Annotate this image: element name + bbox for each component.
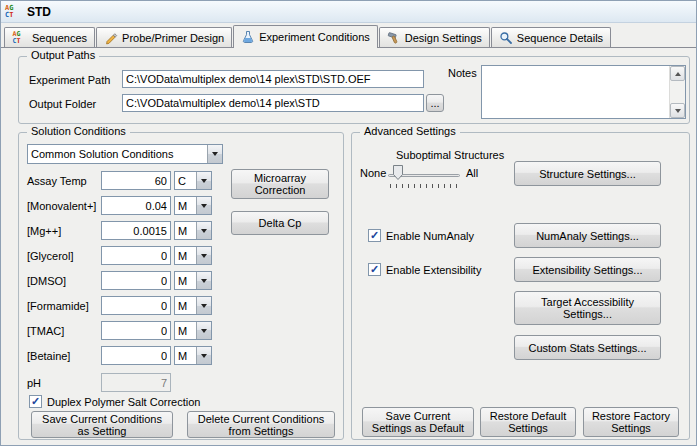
- tab-strip: AG CT Sequences Probe/Primer Design Exp: [1, 25, 612, 48]
- checkbox-label: Duplex Polymer Salt Correction: [47, 396, 200, 408]
- dropdown-arrow-icon: [196, 222, 211, 239]
- custom-stats-settings-button[interactable]: Custom Stats Settings...: [514, 335, 661, 360]
- suboptimal-slider-thumb[interactable]: [393, 165, 403, 182]
- dropdown-arrow-icon: [196, 297, 211, 314]
- notes-textarea[interactable]: [482, 66, 669, 118]
- unit-dropdown[interactable]: M: [174, 271, 212, 290]
- scroll-down-icon: [675, 109, 681, 113]
- slider-tick-marks: [390, 184, 458, 188]
- dropdown-arrow-icon: [196, 172, 211, 189]
- checkbox-box: ✓: [29, 395, 42, 408]
- assay-temp-input[interactable]: [101, 171, 171, 190]
- unit-dropdown[interactable]: M: [174, 346, 212, 365]
- tab-design-settings[interactable]: Design Settings: [379, 27, 490, 47]
- browse-button[interactable]: ...: [426, 94, 444, 112]
- save-default-settings-button[interactable]: Save Current Settings as Default: [362, 407, 474, 437]
- dmso-input[interactable]: [101, 271, 171, 290]
- enable-extensibility-checkbox[interactable]: ✓ Enable Extensibility: [368, 263, 481, 276]
- dropdown-arrow-icon: [196, 347, 211, 364]
- check-icon: ✓: [370, 230, 379, 241]
- dropdown-arrow-icon: [196, 197, 211, 214]
- delta-cp-button[interactable]: Delta Cp: [231, 211, 329, 235]
- preset-value: Common Solution Conditions: [28, 145, 207, 163]
- tab-label: Sequences: [32, 32, 87, 44]
- solution-row-assay-temp: Assay Temp C: [27, 171, 212, 190]
- experiment-conditions-page: Output Paths Experiment Path Output Fold…: [1, 47, 696, 445]
- save-conditions-button[interactable]: Save Current Conditions as Setting: [31, 411, 173, 438]
- notes-scrollbar[interactable]: [669, 66, 685, 118]
- output-folder-input[interactable]: [122, 94, 424, 112]
- advanced-settings-group: Advanced Settings Suboptimal Structures …: [351, 132, 690, 440]
- solution-row-mg: [Mg++] M: [27, 221, 212, 240]
- window-title: STD: [27, 5, 51, 19]
- row-label: Assay Temp: [27, 175, 101, 187]
- tab-label: Experiment Conditions: [259, 31, 370, 43]
- solution-row-formamide: [Formamide] M: [27, 296, 212, 315]
- slider-max-label: All: [466, 167, 478, 179]
- pencil-icon: [104, 31, 118, 45]
- scroll-up-icon: [675, 72, 681, 76]
- dropdown-arrow-icon: [196, 247, 211, 264]
- restore-default-settings-button[interactable]: Restore Default Settings: [480, 407, 576, 437]
- notes-field[interactable]: [481, 65, 686, 119]
- solution-row-betaine: [Betaine] M: [27, 346, 212, 365]
- restore-factory-settings-button[interactable]: Restore Factory Settings: [583, 407, 679, 437]
- mg-input[interactable]: [101, 221, 171, 240]
- row-label: [DMSO]: [27, 275, 101, 287]
- tab-probe-primer-design[interactable]: Probe/Primer Design: [96, 27, 232, 47]
- scroll-down-button[interactable]: [670, 103, 685, 118]
- unit-dropdown[interactable]: M: [174, 246, 212, 265]
- glycerol-input[interactable]: [101, 246, 171, 265]
- row-label: [Mg++]: [27, 225, 101, 237]
- row-label: [Glycerol]: [27, 250, 101, 262]
- row-label: [Betaine]: [27, 350, 101, 362]
- delete-conditions-button[interactable]: Delete Current Conditions from Settings: [187, 411, 335, 438]
- checkbox-label: Enable NumAnaly: [386, 230, 474, 242]
- microarray-correction-button[interactable]: Microarray Correction: [231, 169, 329, 199]
- experiment-path-label: Experiment Path: [29, 74, 110, 86]
- solution-row-dmso: [DMSO] M: [27, 271, 212, 290]
- solution-row-monovalent: [Monovalent+] M: [27, 196, 212, 215]
- app-window: AG CT STD AG CT Sequences Probe/Primer D…: [0, 0, 697, 446]
- app-dna-letters-icon: AG CT: [5, 4, 21, 20]
- check-icon: ✓: [370, 264, 379, 275]
- checkbox-box: ✓: [368, 263, 381, 276]
- tools-icon: [387, 31, 401, 45]
- solution-row-ph: pH: [27, 373, 171, 392]
- tab-sequence-details[interactable]: Sequence Details: [491, 27, 611, 47]
- dropdown-arrow-icon: [207, 145, 222, 163]
- monovalent-input[interactable]: [101, 196, 171, 215]
- structure-settings-button[interactable]: Structure Settings...: [514, 161, 661, 186]
- unit-dropdown[interactable]: M: [174, 221, 212, 240]
- formamide-input[interactable]: [101, 296, 171, 315]
- scroll-up-button[interactable]: [670, 66, 685, 81]
- group-title: Advanced Settings: [360, 125, 460, 137]
- extensibility-settings-button[interactable]: Extensibility Settings...: [514, 257, 661, 282]
- unit-dropdown[interactable]: M: [174, 196, 212, 215]
- flask-icon: [241, 30, 255, 44]
- numanaly-settings-button[interactable]: NumAnaly Settings...: [514, 223, 661, 248]
- unit-dropdown[interactable]: M: [174, 296, 212, 315]
- dropdown-arrow-icon: [196, 322, 211, 339]
- unit-dropdown[interactable]: C: [174, 171, 212, 190]
- experiment-path-input[interactable]: [122, 70, 424, 88]
- unit-dropdown[interactable]: M: [174, 321, 212, 340]
- betaine-input[interactable]: [101, 346, 171, 365]
- checkbox-box: ✓: [368, 229, 381, 242]
- slider-min-label: None: [360, 167, 386, 179]
- row-label: pH: [27, 377, 101, 389]
- magnifier-icon: [499, 31, 513, 45]
- enable-numanaly-checkbox[interactable]: ✓ Enable NumAnaly: [368, 229, 474, 242]
- tmac-input[interactable]: [101, 321, 171, 340]
- tab-experiment-conditions[interactable]: Experiment Conditions: [233, 25, 378, 48]
- output-paths-group: Output Paths Experiment Path Output Fold…: [18, 56, 690, 124]
- solution-preset-dropdown[interactable]: Common Solution Conditions: [27, 144, 223, 164]
- tab-label: Sequence Details: [517, 32, 603, 44]
- tab-label: Probe/Primer Design: [122, 32, 224, 44]
- output-folder-label: Output Folder: [29, 98, 96, 110]
- target-accessibility-settings-button[interactable]: Target Accessibility Settings...: [514, 291, 661, 325]
- check-icon: ✓: [31, 396, 40, 407]
- row-label: [Monovalent+]: [27, 200, 101, 212]
- tab-sequences[interactable]: AG CT Sequences: [4, 27, 95, 47]
- duplex-salt-correction-checkbox[interactable]: ✓ Duplex Polymer Salt Correction: [29, 395, 200, 408]
